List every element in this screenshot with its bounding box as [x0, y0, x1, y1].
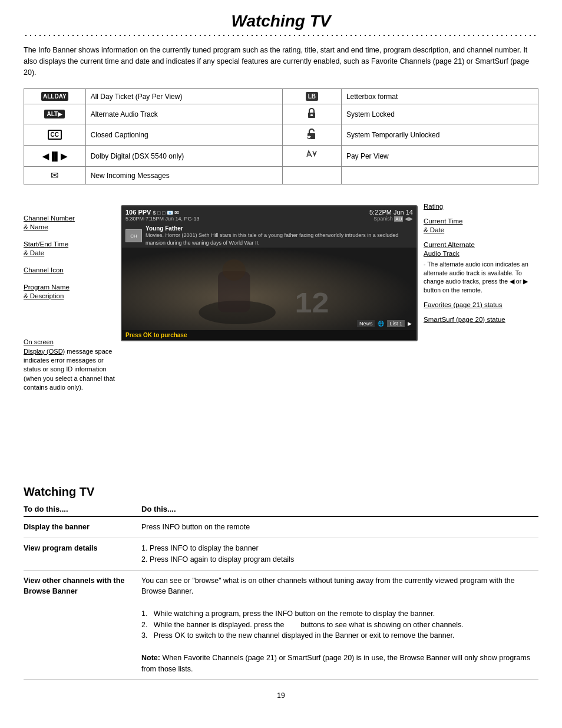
cc-label: Closed Captioning — [85, 124, 282, 146]
dolby-icon-cell: ◀▐▌▶ — [24, 146, 86, 167]
instructions-header-row: To do this.... Do this.... — [24, 502, 538, 516]
banner-top-right: 5:22PM Jun 14 Spanish AU ◀▶ — [369, 209, 413, 222]
banner-channel: 106 PPV $ □ □ 📧 ✉ — [125, 209, 200, 216]
msg-icon-cell: ✉ — [24, 167, 86, 185]
lock-label: System Locked — [341, 104, 538, 124]
nav-globe: 🌐 — [378, 321, 384, 327]
dolby-label: Dolby Digital (DSX 5540 only) — [85, 146, 282, 167]
nav-overlay: News 🌐 List 1 ▶ — [357, 320, 412, 327]
current-alternate-label: Current AlternateAudio Track — [424, 241, 475, 257]
ppv-icon-cell — [282, 146, 341, 167]
annotation-current-time: Current Time& Date — [424, 217, 538, 235]
banner-language: Spanish AU ◀▶ — [369, 216, 413, 222]
instructions-row-details: View program details 1. Press INFO to di… — [24, 538, 538, 571]
msg-icon: ✉ — [51, 170, 58, 180]
dolby-icon: ◀▐▌▶ — [42, 151, 67, 161]
current-alternate-desc: - The alternate audio icon indicates an … — [424, 260, 538, 295]
msg-label: New Incoming Messages — [85, 167, 282, 185]
annotation-start-end: Start/End Time& Date — [24, 240, 115, 258]
lock-icon — [306, 107, 318, 121]
unlock-icon: ★ — [305, 134, 318, 142]
svg-text:★: ★ — [307, 134, 312, 140]
current-time-label: Current Time& Date — [424, 218, 462, 233]
alt-icon: ALT▶ — [44, 110, 65, 118]
annotation-smartsurf: SmartSurf (page 20) statue — [424, 315, 538, 324]
banner-image-area: 12 News 🌐 List 1 ▶ — [122, 248, 416, 330]
nav-list1: List 1 — [387, 320, 405, 327]
diagram-area: Channel Number& Name Start/End Time& Dat… — [24, 196, 538, 467]
banner-schedule: 5:30PM-7:15PM Jun 14, PG-13 — [125, 216, 200, 222]
instructions-row-browse: View other channels with the Browse Bann… — [24, 570, 538, 680]
todo-banner: Display the banner — [24, 516, 141, 538]
banner-program-row: CH Young Father Movies. Horror (2001) Se… — [122, 224, 416, 248]
instructions-row-banner: Display the banner Press INFO button on … — [24, 516, 538, 538]
annotation-favorites: Favorites (page 21) status — [424, 301, 538, 309]
banner-purchase-text: Press OK to purchase — [125, 332, 187, 338]
annotation-channel-icon: Channel Icon — [24, 266, 115, 275]
intro-text: The Info Banner shows information on the… — [24, 45, 538, 78]
icon-row-cc: CC Closed Captioning ★ System Temporaril… — [24, 124, 538, 146]
program-info: Young Father Movies. Horror (2001) Seth … — [146, 225, 413, 246]
svg-text:12: 12 — [295, 287, 329, 319]
program-title: Young Father — [146, 225, 413, 232]
do-banner: Press INFO button on the remote — [141, 516, 538, 538]
do-browse: You can see or "browse" what is on other… — [141, 570, 538, 680]
lb-icon: LB — [306, 92, 318, 101]
icon-row-alt: ALT▶ Alternate Audio Track System Locked — [24, 104, 538, 124]
do-details: 1. Press INFO to display the banner 2. P… — [141, 538, 538, 571]
icon-legend-table: ALLDAY All Day Ticket (Pay Per View) LB … — [24, 88, 538, 185]
banner-top-bar: 106 PPV $ □ □ 📧 ✉ 5:30PM-7:15PM Jun 14, … — [122, 206, 416, 224]
title-divider — [24, 34, 538, 37]
alt-icon-cell: ALT▶ — [24, 104, 86, 124]
col-todo-header: To do this.... — [24, 502, 141, 516]
banner-current-time: 5:22PM Jun 14 — [369, 209, 413, 216]
icon-row-msg: ✉ New Incoming Messages — [24, 167, 538, 185]
smartsurf-label: SmartSurf (page 20) statue — [424, 316, 505, 323]
empty-cell-2 — [341, 167, 538, 185]
ppv-icon — [305, 154, 318, 163]
cc-icon: CC — [48, 130, 62, 140]
ppv-label: Pay Per View — [341, 146, 538, 167]
osd-label: On screenDisplay (OSD) — [24, 338, 65, 354]
page-title: Watching TV — [24, 12, 538, 31]
lang-badge: AU — [394, 216, 403, 222]
col-do-header: Do this.... — [141, 502, 538, 516]
lock-icon-cell — [282, 104, 341, 124]
rating-label: Rating — [424, 203, 443, 210]
instructions-table: To do this.... Do this.... Display the b… — [24, 502, 538, 680]
page-number: 19 — [24, 691, 538, 700]
todo-browse: View other channels with the Browse Bann… — [24, 570, 141, 680]
allday-icon: ALLDAY — [41, 92, 68, 101]
allday-icon-cell: ALLDAY — [24, 89, 86, 104]
lb-label: Letterbox format — [341, 89, 538, 104]
audio-nav-icons: ◀▶ — [405, 216, 413, 222]
icon-row-dolby: ◀▐▌▶ Dolby Digital (DSX 5540 only) Pay P… — [24, 146, 538, 167]
right-annotations: Rating Current Time& Date Current Altern… — [424, 202, 538, 330]
todo-details: View program details — [24, 538, 141, 571]
nav-news: News — [357, 320, 375, 327]
banner-bottom-bar: Press OK to purchase — [122, 330, 416, 340]
svg-rect-1 — [310, 114, 313, 116]
cc-icon-cell: CC — [24, 124, 86, 146]
channel-icon-box: CH — [125, 229, 142, 242]
allday-label: All Day Ticket (Pay Per View) — [85, 89, 282, 104]
nav-arrow: ▶ — [408, 321, 412, 327]
tv-banner: 106 PPV $ □ □ 📧 ✉ 5:30PM-7:15PM Jun 14, … — [121, 205, 418, 341]
osd-annotation: On screenDisplay (OSD) message space ind… — [24, 338, 115, 392]
tv-image-svg: 12 — [122, 248, 416, 330]
annotation-program-name: Program Name& Description — [24, 283, 115, 301]
lb-icon-cell: LB — [282, 89, 341, 104]
alt-label: Alternate Audio Track — [85, 104, 282, 124]
empty-cell-1 — [282, 167, 341, 185]
annotation-rating: Rating — [424, 202, 538, 211]
section-title: Watching TV — [24, 485, 538, 499]
icon-row-allday: ALLDAY All Day Ticket (Pay Per View) LB … — [24, 89, 538, 104]
annotation-current-alternate: Current AlternateAudio Track - The alter… — [424, 241, 538, 295]
svg-point-7 — [223, 259, 246, 281]
favorites-label: Favorites (page 21) status — [424, 301, 503, 308]
banner-top-left: 106 PPV $ □ □ 📧 ✉ 5:30PM-7:15PM Jun 14, … — [125, 209, 200, 222]
unlock-icon-cell: ★ — [282, 124, 341, 146]
annotation-channel-number: Channel Number& Name — [24, 214, 115, 232]
program-description: Movies. Horror (2001) Seth Hill stars in… — [146, 232, 413, 246]
left-annotations: Channel Number& Name Start/End Time& Dat… — [24, 214, 115, 309]
